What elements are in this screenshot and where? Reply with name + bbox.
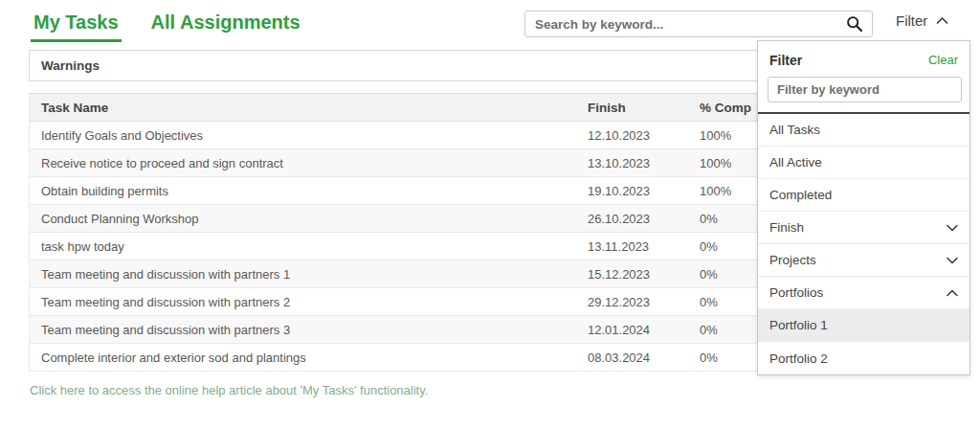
chevron-up-icon <box>947 289 958 297</box>
task-name-cell: task hpw today <box>30 239 588 254</box>
task-name-cell: Team meeting and discussion with partner… <box>30 267 588 282</box>
filter-item-label: All Active <box>769 155 822 170</box>
search-input[interactable] <box>525 12 837 35</box>
filter-panel-title: Filter <box>769 53 802 68</box>
column-header-finish[interactable]: Finish <box>588 101 700 115</box>
filter-item-label: Portfolio 1 <box>769 318 828 332</box>
filter-item-finish[interactable]: Finish <box>758 212 969 244</box>
finish-date-cell: 26.10.2023 <box>588 212 700 226</box>
search-button[interactable] <box>837 11 872 36</box>
chevron-down-icon <box>947 257 958 264</box>
filter-item-all-tasks[interactable]: All Tasks <box>758 114 969 147</box>
finish-date-cell: 12.01.2024 <box>588 323 700 337</box>
task-name-cell: Identify Goals and Objectives <box>30 128 588 143</box>
finish-date-cell: 13.10.2023 <box>588 156 700 170</box>
finish-date-cell: 12.10.2023 <box>588 128 700 143</box>
filter-item-label: Completed <box>769 188 832 202</box>
search-box <box>524 11 873 37</box>
finish-date-cell: 08.03.2024 <box>588 351 700 365</box>
filter-toggle[interactable]: Filter <box>896 12 948 29</box>
task-name-cell: Receive notice to proceed and sign contr… <box>30 156 588 170</box>
filter-item-projects[interactable]: Projects <box>758 244 969 277</box>
tab-all-assignments[interactable]: All Assignments <box>148 10 303 42</box>
task-name-cell: Team meeting and discussion with partner… <box>30 323 588 337</box>
column-header-task-name[interactable]: Task Name <box>30 101 588 115</box>
finish-date-cell: 19.10.2023 <box>588 184 700 198</box>
chevron-up-icon <box>936 16 948 25</box>
filter-item-portfolio-2[interactable]: Portfolio 2 <box>758 342 969 374</box>
filter-item-label: Portfolio 2 <box>769 351 828 366</box>
finish-date-cell: 29.12.2023 <box>588 295 700 309</box>
finish-date-cell: 13.11.2023 <box>588 239 700 254</box>
search-icon <box>846 15 863 33</box>
filter-item-label: All Tasks <box>769 123 820 137</box>
filter-item-portfolio-1[interactable]: Portfolio 1 <box>758 309 969 342</box>
filter-toggle-label: Filter <box>896 12 927 29</box>
filter-item-label: Finish <box>769 220 804 235</box>
filter-item-portfolios[interactable]: Portfolios <box>758 277 969 309</box>
filter-item-all-active[interactable]: All Active <box>758 147 969 179</box>
task-name-cell: Team meeting and discussion with partner… <box>30 295 588 309</box>
finish-date-cell: 15.12.2023 <box>588 267 700 282</box>
my-tasks-page: My Tasks All Assignments Filter Warnings… <box>0 0 980 430</box>
filter-item-completed[interactable]: Completed <box>758 179 969 212</box>
filter-item-label: Projects <box>769 253 816 267</box>
chevron-down-icon <box>947 224 958 232</box>
tab-bar: My Tasks All Assignments <box>31 10 303 42</box>
help-link[interactable]: Click here to access the online help art… <box>30 383 428 397</box>
task-name-cell: Conduct Planning Workshop <box>30 212 588 226</box>
filter-keyword-input[interactable] <box>768 77 962 102</box>
filter-panel: Filter Clear All Tasks All Active Comple… <box>757 40 970 375</box>
filter-item-label: Portfolios <box>769 285 823 300</box>
clear-filter-link[interactable]: Clear <box>928 53 958 67</box>
task-name-cell: Obtain building permits <box>30 184 588 198</box>
tab-my-tasks[interactable]: My Tasks <box>31 10 122 42</box>
filter-panel-header: Filter Clear <box>758 41 969 68</box>
warnings-label: Warnings <box>41 58 100 73</box>
task-name-cell: Complete interior and exterior sod and p… <box>30 351 588 365</box>
